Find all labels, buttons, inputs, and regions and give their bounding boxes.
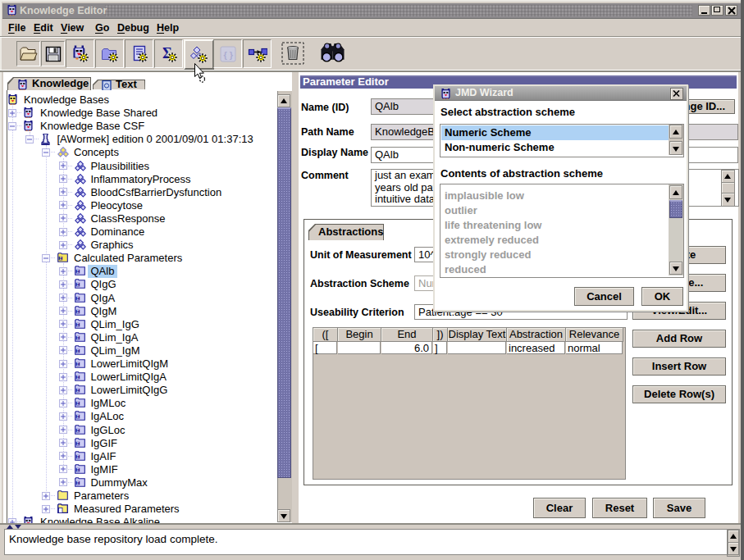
svg-text:Σ: Σ [76,453,79,458]
svg-text:Σ: Σ [76,375,79,380]
svg-text:Σ: Σ [76,480,79,485]
svg-text:Σ: Σ [76,321,79,326]
svg-text:Σ: Σ [76,388,79,393]
svg-text:Σ: Σ [59,256,62,261]
svg-text:Σ: Σ [76,282,79,287]
svg-text:Σ: Σ [76,362,79,367]
svg-text:Σ: Σ [76,295,79,300]
svg-text:Σ: Σ [76,308,79,313]
svg-text:Σ: Σ [76,269,79,274]
svg-text:Σ: Σ [76,414,79,419]
svg-text:Σ: Σ [76,348,79,353]
svg-text:Σ: Σ [76,467,79,472]
svg-text:Σ: Σ [76,427,79,432]
svg-text:Σ: Σ [76,401,79,406]
svg-text:Σ: Σ [76,335,79,340]
svg-text:{ }: { } [223,49,233,59]
svg-text:Σ: Σ [76,440,79,445]
